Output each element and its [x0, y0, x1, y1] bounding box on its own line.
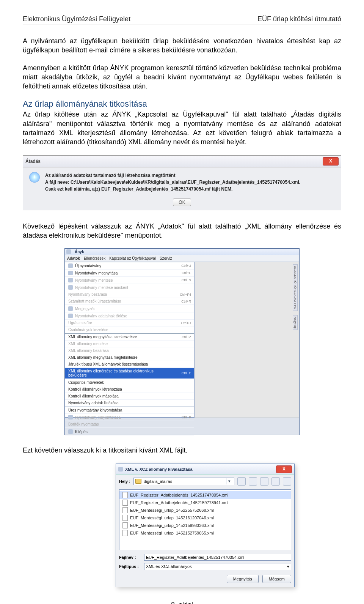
ok-button[interactable]: OK [173, 199, 191, 206]
anyk-menu-adatok[interactable]: Adatok [67, 256, 80, 260]
file-row[interactable]: EUF_Regiszter_Adatbejelentés_14525174700… [119, 491, 291, 499]
paragraph-4: Következő lépésként válasszuk az ÁNYK „A… [23, 222, 341, 240]
menu-item-icon [68, 271, 73, 275]
dialog-line1: Az aláírandó adatokat tartalmazó fájl lé… [45, 172, 300, 179]
anyk-side-tab-2[interactable]: Nagy fájl [293, 315, 298, 330]
file-name: EUF_Mentességi_ürlap_1452161207046.xml [130, 516, 214, 520]
file-row[interactable]: EUF_Mentességi_ürlap_1452159983363.xml [119, 522, 291, 529]
filename-label: Fájlnév : [119, 555, 142, 560]
anyk-menu-item: Boríték nyomtatás [65, 421, 194, 428]
up-folder-icon[interactable] [237, 477, 246, 486]
folder-icon [135, 479, 141, 484]
section-heading-encryption: Az űrlap állományának titkosítása [23, 99, 341, 109]
menu-item-label: Nyomtatvány kinyomtatása [75, 415, 121, 419]
menu-item-label: XML állomány mentése [68, 342, 108, 346]
filename-input[interactable]: EUF_Regiszter_Adatbejelentés_14525174700… [144, 554, 291, 561]
menu-item-icon [68, 278, 73, 282]
anyk-menu-item: Nyomtatvány kinyomtatásaCtrl+P [65, 414, 194, 421]
file-row[interactable]: EUF_Mentességi_ürlap_1452161207046.xml [119, 514, 291, 522]
filename-value: EUF_Regiszter_Adatbejelentés_14525174700… [146, 555, 244, 560]
file-open-dialog: XML v. XCZ állomány kiválasztása X Hely … [116, 464, 295, 587]
anyk-menu-item: Csatolmányok kezelése [65, 326, 194, 333]
file-name: EUF_Mentességi_ürlap_1452159983363.xml [130, 523, 214, 528]
anyk-menu-item: XML állomány bezárása [65, 347, 194, 354]
cancel-button[interactable]: Mégsem [262, 575, 291, 583]
dialog-atalas: Átadás X i Az aláírandó adatokat tartalm… [23, 155, 341, 210]
anyk-menu-item[interactable]: Nyomtatvány adatok listázása [65, 400, 194, 407]
file-row[interactable]: EUF_Mentességi_ürlap_1452152759065.xml [119, 529, 291, 537]
anyk-menu-item: Nyomtatvány bezárásaCtrl+F4 [65, 291, 194, 298]
anyk-menu-szerviz[interactable]: Szerviz [160, 256, 172, 260]
paragraph-1: A nyilvántartó az ügyfélkapun beküldött … [23, 36, 341, 55]
menu-item-label: Nyomtatvány mentése másként [75, 285, 128, 290]
header-rule [23, 25, 341, 25]
anyk-side-tab-1[interactable]: BEJELENTŐ TÖRZSADAT FPS [293, 264, 298, 311]
list-view-icon[interactable] [271, 477, 280, 486]
anyk-menu-item[interactable]: Kontroll állományok létrehozása [65, 386, 194, 393]
anyk-menu-item: Nyomtatvány mentéseCtrl+S [65, 277, 194, 284]
menu-item-label: Megjegyzés [75, 307, 95, 311]
detail-view-icon[interactable] [283, 477, 291, 486]
close-icon[interactable]: X [323, 157, 339, 166]
file-list[interactable]: EUF_Regiszter_Adatbejelentés_14525174700… [119, 489, 291, 550]
menu-item-label: XML állomány megnyitása megtekintésre [68, 355, 138, 360]
chevron-down-icon[interactable]: ▾ [287, 564, 289, 569]
menu-item-shortcut: Ctrl+G [181, 321, 191, 325]
anyk-window: Ányk Adatok Ellenőrzések Kapcsolat az Üg… [64, 248, 300, 435]
location-value: digitalis_alairas [144, 479, 226, 484]
filetype-label: Fájltípus : [119, 564, 142, 569]
anyk-menubar[interactable]: Adatok Ellenőrzések Kapcsolat az Ügyfélk… [65, 255, 299, 262]
anyk-menu-item[interactable]: Kontroll állományok másolása [65, 393, 194, 400]
menu-item-label: Ugrás mezőre [68, 321, 92, 325]
anyk-menu-item[interactable]: Csoportos műveletek [65, 379, 194, 386]
menu-item-icon [68, 415, 73, 419]
location-combo[interactable]: digitalis_alairas ▾ [133, 478, 234, 485]
anyk-menu-ellenorzesek[interactable]: Ellenőrzések [84, 256, 105, 260]
menu-item-label: Új nyomtatvány [75, 264, 101, 268]
file-name: EUF_Mentességi_ürlap_1452152759065.xml [130, 531, 214, 535]
menu-item-label: Számított mezők újraszámítása [68, 299, 121, 303]
menu-item-label: Csoportos műveletek [68, 380, 104, 385]
chevron-down-icon[interactable]: ▾ [226, 478, 232, 484]
anyk-menu-item: Ugrás mezőreCtrl+G [65, 320, 194, 326]
home-icon[interactable] [249, 477, 257, 486]
file-icon [122, 492, 128, 498]
menu-item-label: Nyomtatvány bezárása [68, 292, 107, 296]
menu-item-icon [68, 285, 73, 290]
menu-item-label: Üres nyomtatvány kinyomtatása [68, 408, 122, 412]
anyk-menu-item[interactable]: Járulék típusú XML állományok összemásol… [65, 361, 194, 368]
menu-item-shortcut: Ctrl+S [182, 278, 191, 282]
anyk-menu-item[interactable]: Nyomtatvány megnyitásaCtrl+F [65, 270, 194, 277]
menu-item-label: Járulék típusú XML állományok összemásol… [68, 362, 148, 366]
dialog-atalas-title: Átadás [25, 159, 41, 164]
anyk-menu-item[interactable]: XML állomány megnyitása megtekintésre [65, 354, 194, 361]
file-name: EUF_Regiszter_Adatbejelentés_14525174700… [130, 493, 228, 497]
anyk-menu-item: Számított mezők újraszámításaCtrl+R [65, 298, 194, 305]
file-name: EUF_Regiszter_Adatbejelentés_14521597739… [130, 500, 228, 505]
menu-item-label: Nyomtatvány megnyitása [75, 271, 118, 275]
menu-item-shortcut: Ctrl+R [181, 300, 191, 303]
anyk-menu-kapcsolat[interactable]: Kapcsolat az Ügyfélkapuval [109, 256, 156, 260]
anyk-menu-item: Nyomtatvány adatainak törlése [65, 312, 194, 320]
filetype-combo[interactable]: XML és XCZ állományok ▾ [144, 563, 291, 570]
file-icon [122, 507, 128, 513]
paragraph-5: Ezt követően válasszuk ki a titkosítani … [23, 446, 341, 455]
anyk-menu-item[interactable]: Üres nyomtatvány kinyomtatása [65, 407, 194, 414]
menu-item-label: Csatolmányok kezelése [68, 328, 108, 332]
anyk-menu-item[interactable]: Új nyomtatványCtrl+U [65, 262, 194, 270]
anyk-menu-item[interactable]: XML állomány ellenőrzése és átadása elek… [65, 368, 194, 379]
menu-item-icon [68, 263, 73, 268]
menu-item-label: Boríték nyomtatás [68, 422, 99, 426]
anyk-menu-item[interactable]: XML állomány megnyitása szerkesztésreCtr… [65, 333, 194, 341]
file-row[interactable]: EUF_Mentességi_ürlap_1452255752668.xml [119, 506, 291, 514]
anyk-menu-item[interactable]: Kilépés [65, 428, 194, 435]
menu-item-shortcut: Ctrl+F [182, 271, 191, 275]
menu-item-label: Kontroll állományok másolása [68, 394, 119, 398]
anyk-menu-item: XML állomány mentése [65, 341, 194, 347]
file-row[interactable]: EUF_Regiszter_Adatbejelentés_14521597739… [119, 499, 291, 506]
close-icon[interactable]: X [276, 465, 292, 473]
anyk-app-icon [66, 249, 71, 254]
new-folder-icon[interactable] [260, 477, 268, 486]
menu-item-label: XML állomány megnyitása szerkesztésre [68, 335, 137, 339]
open-button[interactable]: Megnyitás [227, 575, 259, 583]
